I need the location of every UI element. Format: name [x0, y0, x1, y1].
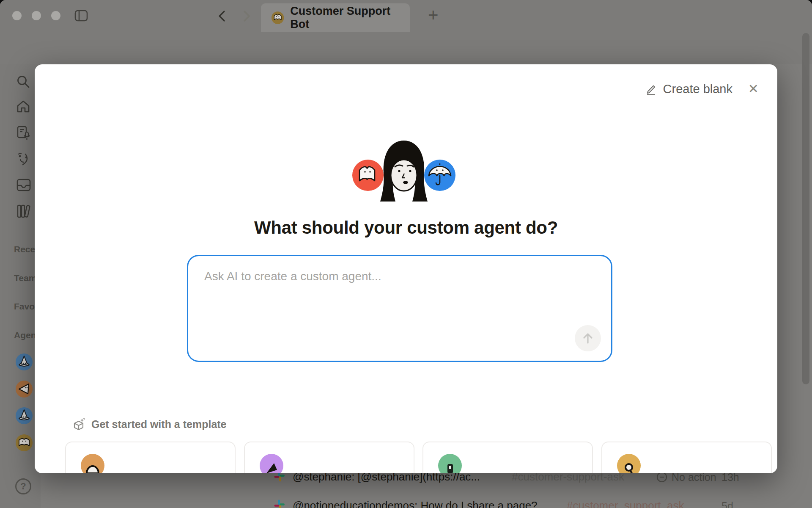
meeting-notes-icon[interactable]: [16, 125, 31, 141]
template-section-label: Get started with a template: [91, 418, 227, 431]
template-card[interactable]: [244, 442, 414, 473]
create-blank-button[interactable]: Create blank: [645, 82, 732, 96]
agent-avatar-wizard-blue-2[interactable]: [15, 407, 33, 425]
agent-avatar-wizard-blue[interactable]: [15, 353, 33, 371]
template-section-header: Get started with a template: [72, 417, 227, 431]
screen: Customer Support Bot + ACME Acme Labs Cu…: [0, 0, 812, 508]
template-card[interactable]: [65, 442, 236, 473]
agent-prompt-box: [187, 255, 612, 362]
agent-illustration: [351, 135, 457, 207]
scrollbar-thumb[interactable]: [802, 33, 809, 384]
header: ACME Acme Labs Customer Support Bot Beta…: [0, 32, 812, 64]
notion-ai-face-icon[interactable]: [16, 152, 31, 167]
agent-prompt-input[interactable]: [188, 256, 611, 361]
traffic-zoom-button[interactable]: [51, 11, 60, 20]
template-card[interactable]: [422, 442, 593, 473]
create-blank-label: Create blank: [663, 82, 732, 96]
tab-customer-support-bot[interactable]: Customer Support Bot: [261, 3, 410, 32]
arrow-up-icon: [581, 331, 595, 345]
template-avatar-purple: [260, 454, 283, 473]
nav-back-icon[interactable]: [217, 10, 228, 22]
slack-icon: [274, 500, 285, 508]
pencil-icon: [645, 83, 657, 96]
library-books-icon[interactable]: [16, 204, 32, 218]
traffic-minimize-button[interactable]: [32, 11, 41, 20]
close-icon[interactable]: ✕: [748, 81, 759, 96]
db-row[interactable]: @notioneducationdemos: How do I share a …: [0, 498, 812, 508]
template-box-icon: [72, 417, 85, 431]
template-avatar-yellow: [617, 454, 641, 473]
nav-forward-icon[interactable]: [241, 10, 252, 22]
template-card[interactable]: [601, 442, 772, 473]
notion-window: Customer Support Bot + ACME Acme Labs Cu…: [0, 0, 812, 508]
template-avatar-orange: [81, 454, 104, 473]
row-time: 5d: [721, 500, 733, 508]
new-tab-button[interactable]: +: [428, 5, 439, 25]
book-icon: [271, 11, 284, 25]
row-message: @notioneducationdemos: How do I share a …: [293, 499, 538, 508]
send-button[interactable]: [575, 325, 601, 351]
home-icon[interactable]: [16, 100, 30, 113]
create-agent-modal: Create blank ✕ What should your custom a…: [35, 64, 777, 473]
sidebar-toggle-icon[interactable]: [74, 10, 88, 22]
agent-avatar-plane-orange[interactable]: [15, 380, 33, 398]
search-icon[interactable]: [16, 75, 30, 89]
modal-heading: What should your custom agent do?: [35, 218, 777, 238]
inbox-icon[interactable]: [16, 178, 31, 192]
agent-avatar-book-gold[interactable]: [15, 434, 33, 452]
template-avatar-green: [438, 454, 462, 473]
row-tag: #customer_support_ask: [567, 499, 684, 508]
tab-title: Customer Support Bot: [290, 5, 410, 31]
titlebar: Customer Support Bot +: [0, 0, 812, 32]
traffic-close-button[interactable]: [12, 11, 22, 20]
